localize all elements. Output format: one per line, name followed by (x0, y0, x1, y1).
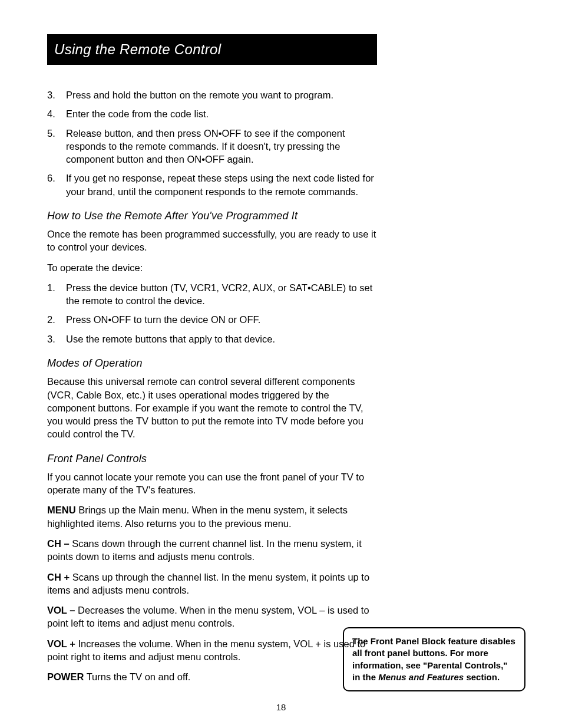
step-text: Enter the code from the code list. (66, 107, 377, 120)
panel-label: VOL – (47, 605, 78, 615)
step-number: 6. (47, 172, 66, 198)
panel-label: CH + (47, 572, 70, 582)
chapter-title: Using the Remote Control (54, 40, 221, 59)
note-italic: Menus and Features (378, 672, 464, 682)
continued-steps-list: 3. Press and hold the button on the remo… (47, 88, 377, 198)
section-heading-modes: Modes of Operation (47, 356, 377, 370)
panel-desc: Brings up the Main menu. When in the men… (47, 505, 348, 528)
panel-item: VOL – Decreases the volume. When in the … (47, 604, 377, 630)
main-column: 3. Press and hold the button on the remo… (47, 88, 377, 683)
panel-desc: Scans down through the current channel l… (47, 538, 362, 562)
panel-item: MENU Brings up the Main menu. When in th… (47, 503, 377, 530)
step-text: Press ON•OFF to turn the device ON or OF… (66, 313, 377, 326)
section-heading-operate: How to Use the Remote After You've Progr… (47, 209, 377, 223)
list-item: 6. If you get no response, repeat these … (47, 172, 377, 198)
panel-item: CH – Scans down through the current chan… (47, 537, 377, 564)
step-text: If you get no response, repeat these ste… (66, 172, 377, 198)
panel-desc: Increases the volume. When in the menu s… (47, 638, 365, 662)
panel-item: CH + Scans up through the channel list. … (47, 571, 377, 597)
step-number: 5. (47, 127, 66, 166)
panel-desc: Turns the TV on and off. (84, 671, 190, 682)
step-number: 2. (47, 313, 66, 326)
panel-label: MENU (47, 505, 76, 515)
step-text: Release button, and then press ON•OFF to… (66, 127, 377, 166)
note-box: The Front Panel Block feature disables a… (343, 627, 525, 691)
step-text: Press the device button (TV, VCR1, VCR2,… (66, 281, 377, 308)
list-item: 5. Release button, and then press ON•OFF… (47, 127, 377, 166)
operate-lead: To operate the device: (47, 261, 377, 274)
step-number: 4. (47, 107, 66, 120)
panel-item: VOL + Increases the volume. When in the … (47, 637, 377, 664)
panel-label: CH – (47, 538, 70, 549)
list-item: 3. Press and hold the button on the remo… (47, 88, 377, 101)
panel-intro: If you cannot locate your remote you can… (47, 470, 377, 497)
panel-desc: Scans up through the channel list. In th… (47, 572, 369, 595)
list-item: 1. Press the device button (TV, VCR1, VC… (47, 281, 377, 308)
step-number: 1. (47, 281, 66, 308)
panel-label: POWER (47, 671, 84, 682)
step-text: Press and hold the button on the remote … (66, 88, 377, 101)
note-text-after: section. (464, 672, 500, 682)
step-number: 3. (47, 332, 66, 345)
step-text: Use the remote buttons that apply to tha… (66, 332, 377, 345)
panel-label: VOL + (47, 638, 75, 649)
page-number: 18 (276, 701, 286, 713)
section-heading-panel: Front Panel Controls (47, 452, 377, 466)
panel-desc: Decreases the volume. When in the menu s… (47, 605, 369, 628)
chapter-header: Using the Remote Control (47, 34, 377, 65)
list-item: 2. Press ON•OFF to turn the device ON or… (47, 313, 377, 326)
modes-para: Because this universal remote can contro… (47, 375, 377, 440)
list-item: 4. Enter the code from the code list. (47, 107, 377, 120)
operate-intro: Once the remote has been programmed succ… (47, 228, 377, 254)
panel-item: POWER Turns the TV on and off. (47, 670, 377, 683)
list-item: 3. Use the remote buttons that apply to … (47, 332, 377, 345)
step-number: 3. (47, 88, 66, 101)
operate-steps-list: 1. Press the device button (TV, VCR1, VC… (47, 281, 377, 345)
